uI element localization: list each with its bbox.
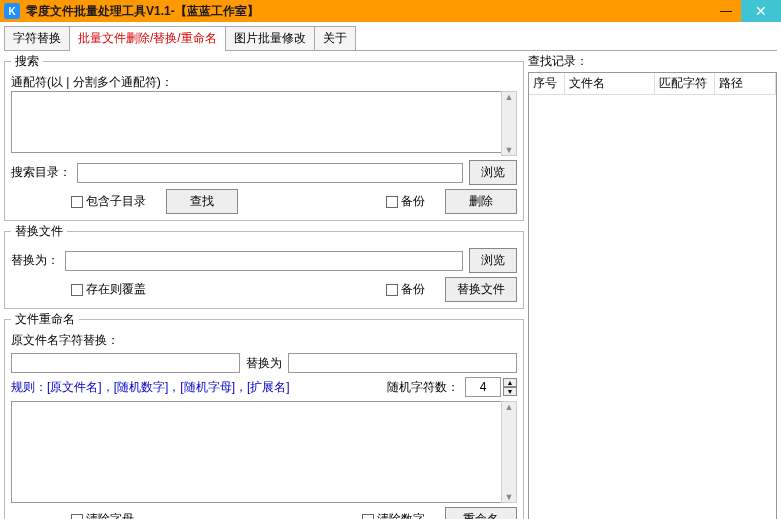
rename-orig-label: 原文件名字符替换： xyxy=(11,332,517,349)
rename-to-label: 替换为 xyxy=(246,355,282,372)
find-button[interactable]: 查找 xyxy=(166,189,238,214)
scrollbar[interactable]: ▲▼ xyxy=(501,401,517,503)
rename-button[interactable]: 重命名 xyxy=(445,507,517,519)
app-logo: K xyxy=(4,3,20,19)
clear-alpha-checkbox[interactable]: 清除字母 xyxy=(71,511,134,519)
replace-group: 替换文件 替换为： 浏览 存在则覆盖 备份 替换文件 xyxy=(4,223,524,309)
wildcard-label: 通配符(以 | 分割多个通配符)： xyxy=(11,74,517,91)
tab-batch-file[interactable]: 批量文件删除/替换/重命名 xyxy=(69,26,226,50)
rename-to-input[interactable] xyxy=(288,353,517,373)
search-backup-checkbox[interactable]: 备份 xyxy=(386,193,425,210)
rand-count-label: 随机字符数： xyxy=(387,379,459,396)
delete-button[interactable]: 删除 xyxy=(445,189,517,214)
results-table: 序号 文件名 匹配字符 路径 ◀▶ xyxy=(528,72,777,519)
col-filename[interactable]: 文件名 xyxy=(565,73,655,94)
col-index[interactable]: 序号 xyxy=(529,73,565,94)
tab-bar: 字符替换 批量文件删除/替换/重命名 图片批量修改 关于 xyxy=(4,26,777,51)
search-browse-button[interactable]: 浏览 xyxy=(469,160,517,185)
replace-to-label: 替换为： xyxy=(11,252,59,269)
results-body[interactable] xyxy=(529,95,776,519)
rename-rule-label: 规则：[原文件名]，[随机数字]，[随机字母]，[扩展名] xyxy=(11,379,290,396)
tab-image-batch[interactable]: 图片批量修改 xyxy=(225,26,315,50)
replace-legend: 替换文件 xyxy=(11,223,67,240)
replace-browse-button[interactable]: 浏览 xyxy=(469,248,517,273)
tab-char-replace[interactable]: 字符替换 xyxy=(4,26,70,50)
spin-up-icon[interactable]: ▲ xyxy=(503,378,517,387)
search-dir-label: 搜索目录： xyxy=(11,164,71,181)
scrollbar[interactable]: ▲▼ xyxy=(501,91,517,156)
rand-count-input[interactable] xyxy=(465,377,501,397)
rename-legend: 文件重命名 xyxy=(11,311,79,328)
search-legend: 搜索 xyxy=(11,53,43,70)
search-group: 搜索 通配符(以 | 分割多个通配符)： ▲▼ 搜索目录： 浏览 包含子目录 查… xyxy=(4,53,524,221)
clear-digit-checkbox[interactable]: 清除数字 xyxy=(362,511,425,519)
col-path[interactable]: 路径 xyxy=(715,73,776,94)
include-subdir-checkbox[interactable]: 包含子目录 xyxy=(71,193,146,210)
window-controls: — ✕ xyxy=(711,0,781,22)
tab-about[interactable]: 关于 xyxy=(314,26,356,50)
close-button[interactable]: ✕ xyxy=(741,0,781,22)
replace-to-input[interactable] xyxy=(65,251,463,271)
rename-rule-input[interactable] xyxy=(11,401,517,503)
rand-count-spinner[interactable]: ▲▼ xyxy=(465,377,517,397)
results-label: 查找记录： xyxy=(528,53,777,70)
rename-group: 文件重命名 原文件名字符替换： 替换为 规则：[原文件名]，[随机数字]，[随机… xyxy=(4,311,524,519)
minimize-button[interactable]: — xyxy=(711,0,741,22)
rename-from-input[interactable] xyxy=(11,353,240,373)
window-titlebar: K 零度文件批量处理工具V1.1-【蓝蓝工作室】 — ✕ xyxy=(0,0,781,22)
window-title: 零度文件批量处理工具V1.1-【蓝蓝工作室】 xyxy=(26,3,259,20)
search-dir-input[interactable] xyxy=(77,163,463,183)
replace-button[interactable]: 替换文件 xyxy=(445,277,517,302)
col-match[interactable]: 匹配字符 xyxy=(655,73,715,94)
spin-down-icon[interactable]: ▼ xyxy=(503,387,517,396)
overwrite-checkbox[interactable]: 存在则覆盖 xyxy=(71,281,146,298)
results-header: 序号 文件名 匹配字符 路径 xyxy=(529,73,776,95)
replace-backup-checkbox[interactable]: 备份 xyxy=(386,281,425,298)
wildcard-input[interactable] xyxy=(11,91,517,153)
